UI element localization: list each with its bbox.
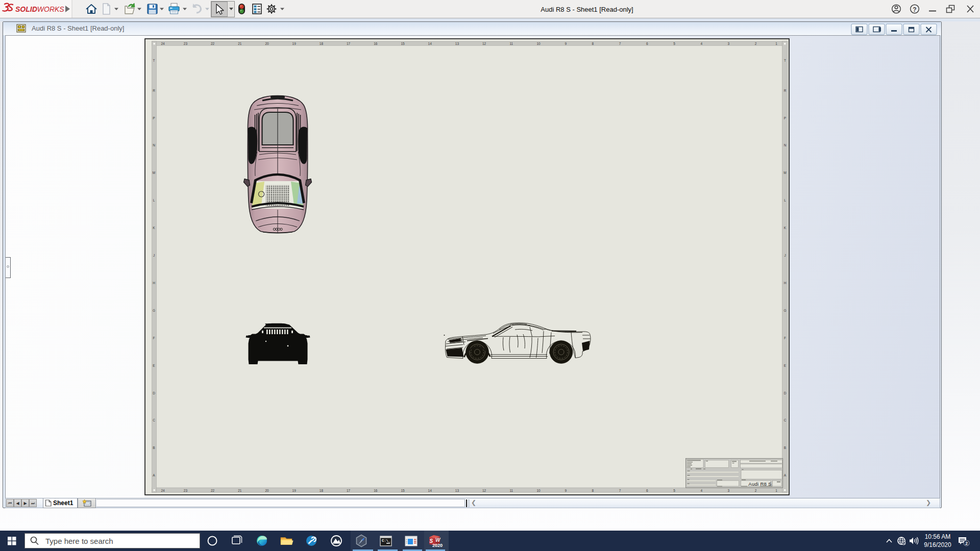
svg-text:18: 18: [320, 489, 324, 492]
svg-text:15: 15: [401, 489, 405, 492]
svg-text:2: 2: [755, 489, 757, 492]
svg-text:?: ?: [913, 6, 916, 13]
svg-text:17: 17: [347, 42, 351, 45]
svg-text:A: A: [153, 473, 155, 477]
svg-text:21: 21: [238, 42, 242, 45]
svg-text:F: F: [153, 336, 155, 340]
svg-text:1: 1: [775, 489, 777, 492]
svg-text:C: C: [153, 418, 155, 422]
svg-text:16: 16: [374, 489, 378, 492]
svg-text:24: 24: [161, 42, 165, 45]
svg-text:9: 9: [565, 42, 567, 45]
svg-text:17: 17: [347, 489, 351, 492]
svg-text:Audi R8 S - Sheet1 [Read-only]: Audi R8 S - Sheet1 [Read-only]: [541, 6, 633, 13]
svg-text:22: 22: [211, 42, 215, 45]
svg-text:20: 20: [265, 489, 269, 492]
svg-text:19: 19: [292, 489, 297, 492]
svg-text:J: J: [784, 254, 786, 257]
svg-text:J: J: [153, 254, 155, 257]
svg-text:7: 7: [619, 489, 621, 492]
svg-text:5: 5: [673, 489, 675, 492]
svg-text:7: 7: [619, 42, 621, 45]
svg-text:R: R: [153, 89, 155, 92]
svg-text:L: L: [784, 198, 786, 202]
svg-text:K: K: [153, 226, 155, 230]
svg-text:9: 9: [565, 489, 567, 492]
svg-text:8: 8: [592, 489, 594, 492]
svg-text:T: T: [153, 59, 155, 62]
svg-text:20: 20: [265, 42, 269, 45]
svg-text:G: G: [783, 309, 786, 312]
svg-text:B: B: [153, 446, 155, 449]
svg-text:14: 14: [428, 42, 432, 45]
svg-text:19: 19: [292, 42, 297, 45]
svg-text:12: 12: [482, 489, 486, 492]
svg-text:G: G: [153, 309, 155, 312]
svg-text:5: 5: [673, 42, 675, 45]
svg-text:D: D: [153, 391, 155, 395]
svg-text:1: 1: [775, 42, 777, 45]
svg-text:M: M: [153, 171, 155, 174]
svg-text:15: 15: [401, 42, 405, 45]
svg-text:E: E: [784, 364, 787, 367]
svg-text:C: C: [784, 418, 787, 422]
svg-text:2: 2: [965, 541, 968, 546]
svg-text:L: L: [153, 198, 155, 202]
svg-text:23: 23: [184, 42, 188, 45]
svg-text:8: 8: [592, 42, 594, 45]
svg-text:4: 4: [700, 42, 702, 45]
svg-text:SOLIDWORKS: SOLIDWORKS: [15, 5, 64, 13]
svg-text:11: 11: [509, 489, 513, 492]
svg-text:B: B: [784, 446, 786, 449]
svg-text:H: H: [153, 281, 155, 285]
svg-text:10: 10: [536, 489, 541, 492]
svg-text:N: N: [784, 143, 787, 147]
svg-text:K: K: [784, 226, 787, 230]
svg-text:3: 3: [728, 489, 730, 492]
svg-text:3: 3: [728, 42, 730, 45]
svg-text:16: 16: [374, 42, 378, 45]
svg-text:10: 10: [536, 42, 541, 45]
svg-text:22: 22: [211, 489, 215, 492]
svg-text:F: F: [784, 336, 786, 340]
svg-text:E: E: [153, 364, 155, 367]
svg-text:P: P: [153, 116, 155, 120]
svg-text:4: 4: [700, 489, 702, 492]
svg-text:13: 13: [455, 42, 459, 45]
svg-text:D: D: [784, 391, 787, 395]
svg-text:6: 6: [646, 489, 648, 492]
svg-text:H: H: [784, 281, 787, 285]
svg-text:Audi R8 S: Audi R8 S: [748, 481, 771, 487]
svg-text:13: 13: [455, 489, 459, 492]
svg-text:11: 11: [509, 42, 513, 45]
svg-text:2: 2: [755, 42, 757, 45]
svg-text:M: M: [783, 171, 786, 174]
svg-text:N: N: [153, 143, 155, 147]
svg-text:21: 21: [238, 489, 242, 492]
svg-text:23: 23: [184, 489, 188, 492]
svg-text:A: A: [784, 473, 787, 477]
svg-text:12: 12: [482, 42, 486, 45]
svg-text:18: 18: [320, 42, 324, 45]
svg-text:6: 6: [646, 42, 648, 45]
svg-text:P: P: [784, 116, 786, 120]
svg-text:24: 24: [161, 489, 165, 492]
svg-text:T: T: [784, 59, 786, 62]
svg-text:R: R: [784, 89, 787, 92]
svg-text:14: 14: [428, 489, 432, 492]
